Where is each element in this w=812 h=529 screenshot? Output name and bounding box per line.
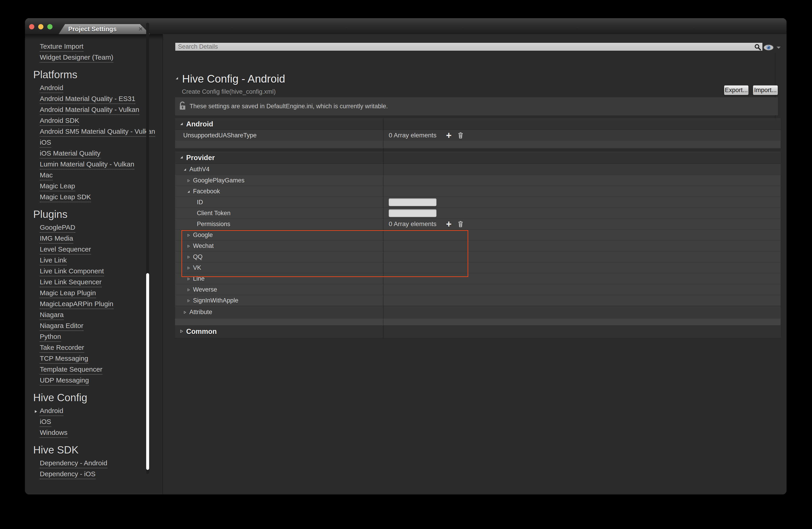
row-collapsed-icon[interactable] — [187, 253, 190, 260]
sidebar-item-lumin-material-quality-vulkan[interactable]: Lumin Material Quality - Vulkan — [25, 159, 162, 170]
import-button[interactable]: Import... — [753, 85, 778, 95]
sidebar-item-label: Live Link — [40, 256, 67, 266]
sidebar-item-niagara-editor[interactable]: Niagara Editor — [25, 321, 162, 332]
row-expanded-icon[interactable] — [183, 166, 187, 173]
sidebar-item-android-material-quality-vulkan[interactable]: Android Material Quality - Vulkan — [25, 105, 162, 116]
category-android[interactable]: Android — [175, 118, 781, 130]
add-array-element-icon[interactable]: + — [446, 131, 452, 140]
category-expanded-icon[interactable] — [179, 122, 184, 127]
sidebar-item-take-recorder[interactable]: Take Recorder — [25, 343, 162, 354]
delete-array-icon[interactable] — [458, 132, 464, 139]
unlocked-icon — [179, 101, 186, 112]
sidebar-item-android-sm5-material-quality-vulkan[interactable]: Android SM5 Material Quality - Vulkan — [25, 127, 162, 138]
sidebar-item-windows[interactable]: Windows — [25, 428, 162, 439]
sidebar-item-widget-designer-team[interactable]: Widget Designer (Team) — [25, 53, 162, 63]
section-expanded-icon[interactable] — [175, 76, 179, 81]
property-row-line[interactable]: Line — [175, 273, 781, 284]
row-collapsed-icon[interactable] — [187, 297, 190, 304]
sidebar-section-platforms: Platforms — [25, 68, 162, 82]
sidebar-item-label: Take Recorder — [40, 344, 84, 353]
row-collapsed-icon[interactable] — [187, 231, 190, 239]
property-row-client-token[interactable]: Client Token — [175, 208, 781, 218]
name-value-splitter[interactable] — [383, 118, 383, 338]
sidebar-item-ios[interactable]: iOS — [25, 417, 162, 428]
row-collapsed-icon[interactable] — [187, 275, 190, 282]
title-bar[interactable]: Project Settings × — [25, 18, 786, 34]
category-provider[interactable]: Provider — [175, 152, 781, 164]
property-row-signinwithapple[interactable]: SignInWithApple — [175, 295, 781, 306]
sidebar-item-ios[interactable]: iOS — [25, 138, 162, 148]
sidebar-item-magicleaparpin-plugin[interactable]: MagicLeapARPin Plugin — [25, 299, 162, 310]
add-array-element-icon[interactable]: + — [446, 219, 452, 229]
property-row-id[interactable]: ID — [175, 197, 781, 208]
sidebar-item-android[interactable]: Android — [25, 406, 162, 417]
sidebar-item-template-sequencer[interactable]: Template Sequencer — [25, 364, 162, 375]
category-title: Android — [186, 120, 213, 128]
sidebar-item-label: iOS — [40, 418, 51, 427]
tab-close-icon[interactable]: × — [139, 25, 143, 33]
id-input[interactable] — [389, 198, 436, 206]
sidebar-item-live-link-sequencer[interactable]: Live Link Sequencer — [25, 277, 162, 288]
sidebar-item-android-sdk[interactable]: Android SDK — [25, 116, 162, 127]
visibility-dropdown-caret-icon[interactable] — [776, 46, 781, 50]
property-row-vk[interactable]: VK — [175, 262, 781, 273]
property-row-authv4[interactable]: AuthV4 — [175, 164, 781, 175]
create-config-link[interactable]: Create Config file(hive_config.xml) — [182, 88, 276, 95]
sidebar-item-label: Texture Import — [40, 43, 84, 52]
sidebar-item-dependency-android[interactable]: Dependency - Android — [25, 458, 162, 469]
property-row-wechat[interactable]: Wechat — [175, 240, 781, 251]
category-collapsed-icon[interactable] — [179, 329, 184, 334]
search-details-field[interactable] — [175, 43, 763, 51]
row-collapsed-icon[interactable] — [187, 264, 190, 271]
property-row-facebook[interactable]: Facebook — [175, 186, 781, 197]
sidebar-item-python[interactable]: Python — [25, 332, 162, 343]
array-elements-count: 0 Array elements — [389, 220, 436, 228]
sidebar-item-label: Dependency - iOS — [40, 470, 96, 479]
sidebar-item-android-material-quality-es31[interactable]: Android Material Quality - ES31 — [25, 94, 162, 105]
property-row-attribute[interactable]: Attribute — [175, 306, 781, 318]
sidebar-item-magic-leap[interactable]: Magic Leap — [25, 181, 162, 192]
property-row-permissions[interactable]: Permissions0 Array elements+ — [175, 218, 781, 229]
sidebar-item-ios-material-quality[interactable]: iOS Material Quality — [25, 148, 162, 159]
category-title: Common — [186, 328, 217, 336]
category-expanded-icon[interactable] — [179, 155, 184, 160]
tab-project-settings[interactable]: Project Settings × — [59, 24, 150, 34]
sidebar-item-udp-messaging[interactable]: UDP Messaging — [25, 375, 162, 386]
sidebar-item-googlepad[interactable]: GooglePAD — [25, 223, 162, 233]
property-row-google[interactable]: Google — [175, 229, 781, 240]
property-row-weverse[interactable]: Weverse — [175, 284, 781, 295]
sidebar-item-texture-import[interactable]: Texture Import — [25, 42, 162, 53]
property-row-qq[interactable]: QQ — [175, 251, 781, 262]
property-grid: Android UnsupportedUAShareType0 Array el… — [175, 118, 781, 338]
sidebar-item-magic-leap-plugin[interactable]: Magic Leap Plugin — [25, 288, 162, 299]
delete-array-icon[interactable] — [458, 220, 464, 228]
sidebar-item-magic-leap-sdk[interactable]: Magic Leap SDK — [25, 192, 162, 203]
sidebar-item-tcp-messaging[interactable]: TCP Messaging — [25, 354, 162, 364]
category-common[interactable]: Common — [175, 325, 781, 338]
sidebar-item-live-link-component[interactable]: Live Link Component — [25, 266, 162, 277]
visibility-eye-icon[interactable] — [763, 44, 774, 52]
row-collapsed-icon[interactable] — [187, 177, 190, 184]
zoom-window-button[interactable] — [47, 24, 53, 29]
sidebar-item-mac[interactable]: Mac — [25, 170, 162, 181]
sidebar-scrollbar-thumb[interactable] — [146, 273, 149, 470]
minimize-window-button[interactable] — [38, 24, 43, 29]
sidebar-item-img-media[interactable]: IMG Media — [25, 233, 162, 244]
sidebar-item-dependency-ios[interactable]: Dependency - iOS — [25, 469, 162, 480]
row-collapsed-icon[interactable] — [183, 309, 187, 316]
sidebar-item-niagara[interactable]: Niagara — [25, 310, 162, 321]
property-row-unsupporteduasharetype[interactable]: UnsupportedUAShareType0 Array elements+ — [175, 130, 781, 141]
property-row-googleplaygames[interactable]: GooglePlayGames — [175, 175, 781, 186]
sidebar-item-live-link[interactable]: Live Link — [25, 255, 162, 266]
export-button[interactable]: Export... — [724, 85, 749, 95]
sidebar-item-label: Android Material Quality - Vulkan — [40, 106, 139, 115]
sidebar-item-level-sequencer[interactable]: Level Sequencer — [25, 244, 162, 255]
row-collapsed-icon[interactable] — [187, 286, 190, 293]
close-window-button[interactable] — [29, 24, 34, 29]
client-token-input[interactable] — [389, 209, 436, 217]
sidebar-item-android[interactable]: Android — [25, 83, 162, 94]
row-expanded-icon[interactable] — [187, 188, 190, 195]
row-collapsed-icon[interactable] — [187, 242, 190, 249]
search-input[interactable] — [175, 43, 763, 51]
sidebar-item-label: Lumin Material Quality - Vulkan — [40, 160, 134, 169]
